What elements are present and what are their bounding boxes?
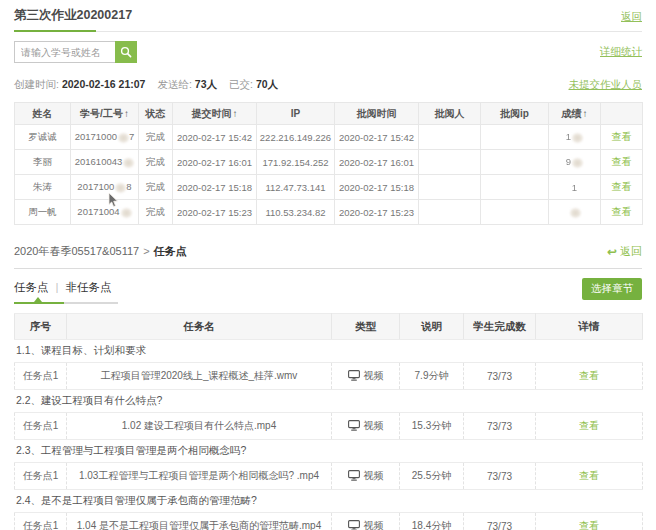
search-button[interactable] (115, 41, 137, 63)
review-time: 2020-02-17 16:01 (335, 150, 419, 175)
status: 完成 (139, 175, 173, 200)
redaction-smudge (570, 208, 581, 218)
table-row: 李丽 201610043 完成 2020-02-17 16:01 171.92.… (15, 150, 643, 175)
task-table-header-row: 序号 任务名 类型 说明 学生完成数 详情 (15, 314, 643, 340)
tab-task-points[interactable]: 任务点 (14, 281, 49, 293)
detailed-stats-link[interactable]: 详细统计 (600, 45, 642, 59)
select-chapter-button[interactable]: 选择章节 (582, 278, 642, 300)
search-input[interactable] (14, 41, 115, 63)
reviewer (419, 175, 481, 200)
redaction-smudge (572, 158, 583, 168)
redaction-smudge (115, 183, 126, 193)
task-duration: 15.3分钟 (400, 413, 464, 440)
task-row: 任务点1 1.02 建设工程项目有什么特点.mp4 视频 15.3分钟 73/7… (15, 413, 643, 440)
section-title: 2.4、是不是工程项目管理仅属于承包商的管理范畴? (15, 490, 643, 513)
section-title: 2.2、建设工程项目有什么特点? (15, 390, 643, 413)
homework-info-bar: 创建时间:2020-02-16 21:07发送给:73人已交:70人 未提交作业… (14, 78, 642, 92)
section-row: 2.2、建设工程项目有什么特点? (15, 390, 643, 413)
created-time-value: 2020-02-16 21:07 (62, 78, 145, 90)
submitted-label: 已交: (229, 78, 253, 90)
sort-asc-icon[interactable]: ↑ (583, 108, 588, 119)
task-completed: 73/73 (464, 463, 536, 490)
student-name: 朱涛 (15, 175, 71, 200)
reviewer (419, 150, 481, 175)
task-detail-link[interactable]: 查看 (579, 520, 599, 530)
section-row: 2.4、是不是工程项目管理仅属于承包商的管理范畴? (15, 490, 643, 513)
task-row: 任务点1 1.04 是不是工程项目管理仅属于承包商的管理范畴.mp4 视频 18… (15, 513, 643, 530)
col-name: 姓名 (15, 103, 71, 125)
homework-toolbar: 详细统计 (14, 41, 642, 63)
redaction-smudge (121, 208, 132, 218)
col-description: 说明 (400, 314, 464, 340)
ip: 171.92.154.252 (257, 150, 335, 175)
view-link[interactable]: 查看 (612, 131, 632, 142)
video-monitor-icon (348, 370, 360, 381)
tasks-back-link[interactable]: ↩ 返回 (607, 244, 642, 259)
student-name: 李丽 (15, 150, 71, 175)
unsubmitted-students-link[interactable]: 未提交作业人员 (569, 78, 643, 92)
homework-back-link[interactable]: 返回 (621, 10, 642, 24)
table-row: 罗诚诚 201710007 完成 2020-02-17 15:42 222.21… (15, 125, 643, 150)
review-ip (481, 200, 549, 225)
video-monitor-icon (348, 420, 360, 431)
student-id: 201610043 (71, 150, 139, 175)
col-task-name: 任务名 (67, 314, 332, 340)
submit-time: 2020-02-17 15:18 (173, 175, 257, 200)
task-name: 工程项目管理2020线上_课程概述_桂萍.wmv (67, 363, 332, 390)
task-seq: 任务点1 (15, 513, 67, 530)
active-tab-pointer-icon (34, 297, 42, 302)
review-ip (481, 175, 549, 200)
task-completed: 73/73 (464, 363, 536, 390)
tab-non-task-points[interactable]: 非任务点 (66, 281, 112, 293)
section-row: 2.3、工程管理与工程项目管理是两个相同概念吗? (15, 440, 643, 463)
student-name: 周一帆 (15, 200, 71, 225)
view-link[interactable]: 查看 (612, 206, 632, 217)
table-row: 朱涛 20171008 完成 2020-02-17 15:18 112.47.7… (15, 175, 643, 200)
ip: 110.53.234.82 (257, 200, 335, 225)
breadcrumb-course-link[interactable]: 2020年春季05517&05117 (14, 245, 139, 257)
col-submit-time[interactable]: 提交时间↑ (173, 103, 257, 125)
sent-to-label: 发送给: (157, 78, 191, 90)
col-detail: 详情 (536, 314, 643, 340)
review-time: 2020-02-17 15:23 (335, 200, 419, 225)
view-link[interactable]: 查看 (612, 181, 632, 192)
section-title: 2.3、工程管理与工程项目管理是两个相同概念吗? (15, 440, 643, 463)
student-id: 20171004 (71, 200, 139, 225)
video-monitor-icon (348, 520, 360, 530)
reviewer (419, 200, 481, 225)
col-review-ip: 批阅ip (481, 103, 549, 125)
col-type: 类型 (332, 314, 400, 340)
reviewer (419, 125, 481, 150)
sort-asc-icon[interactable]: ↑ (124, 108, 129, 119)
created-time-label: 创建时间: (14, 78, 59, 90)
tab-divider: | (56, 281, 59, 293)
redaction-smudge (572, 133, 583, 143)
sort-asc-icon[interactable]: ↑ (233, 108, 238, 119)
submitted-value: 70人 (256, 78, 278, 90)
search-box (14, 41, 137, 63)
search-icon (120, 46, 132, 58)
homework-table-header-row: 姓名 学号/工号↑ 状态 提交时间↑ IP 批阅时间 批阅人 批阅ip 成绩↑ (15, 103, 643, 125)
col-student-id[interactable]: 学号/工号↑ (71, 103, 139, 125)
task-type: 视频 (364, 469, 384, 483)
score (549, 200, 601, 225)
task-detail-link[interactable]: 查看 (579, 420, 599, 431)
sent-to-value: 73人 (195, 78, 217, 90)
status: 完成 (139, 200, 173, 225)
col-seq: 序号 (15, 314, 67, 340)
view-link[interactable]: 查看 (612, 156, 632, 167)
status: 完成 (139, 150, 173, 175)
homework-table: 姓名 学号/工号↑ 状态 提交时间↑ IP 批阅时间 批阅人 批阅ip 成绩↑ … (14, 102, 643, 225)
task-table: 序号 任务名 类型 说明 学生完成数 详情 1.1、课程目标、计划和要求 任务点… (14, 313, 643, 530)
redaction-smudge (123, 158, 134, 168)
task-detail-link[interactable]: 查看 (579, 470, 599, 481)
active-tab-underline (14, 302, 64, 304)
col-ip: IP (257, 103, 335, 125)
col-score[interactable]: 成绩↑ (549, 103, 601, 125)
page: 第三次作业20200217 返回 详细统计 创建时间:2020-02-16 21… (0, 0, 656, 530)
breadcrumb-separator: > (143, 245, 149, 257)
section-title: 1.1、课程目标、计划和要求 (15, 340, 643, 363)
task-detail-link[interactable]: 查看 (579, 370, 599, 381)
task-completed: 73/73 (464, 513, 536, 530)
task-duration: 18.4分钟 (400, 513, 464, 530)
